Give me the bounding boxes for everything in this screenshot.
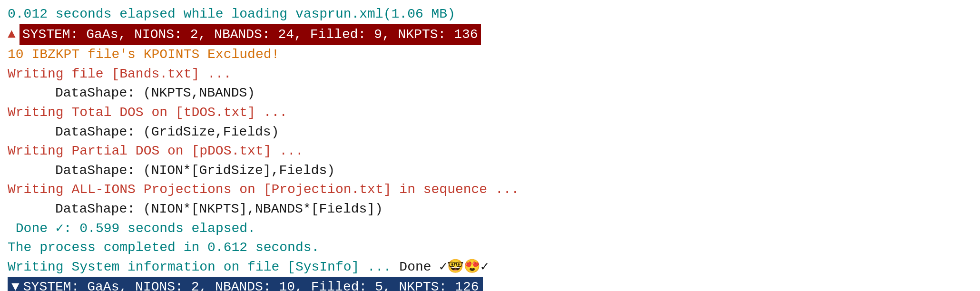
triangle-down-icon: ▼ xyxy=(11,278,20,291)
line-datashape-pdos: DataShape: (NION*[GridSize],Fields) xyxy=(8,161,972,181)
line-writing-sysinfo: Writing System information on file [SysI… xyxy=(8,258,972,277)
terminal-output: 0.012 seconds elapsed while loading vasp… xyxy=(8,5,972,291)
line-writing-pdos: Writing Partial DOS on [pDOS.txt] ... xyxy=(8,142,972,161)
line-datashape-tdos: DataShape: (GridSize,Fields) xyxy=(8,123,972,142)
line-system-navy: ▼ SYSTEM: GaAs, NIONS: 2, NBANDS: 10, Fi… xyxy=(8,277,972,291)
writing-projections-text: Writing ALL-IONS Projections on [Project… xyxy=(8,180,519,200)
line-done-elapsed: Done ✓: 0.599 seconds elapsed. xyxy=(8,219,972,239)
line-writing-bands: Writing file [Bands.txt] ... xyxy=(8,65,972,84)
line-writing-tdos: Writing Total DOS on [tDOS.txt] ... xyxy=(8,103,972,123)
line-ibzkpt: 10 IBZKPT file's KPOINTS Excluded! xyxy=(8,45,972,65)
datashape-tdos-text: DataShape: (GridSize,Fields) xyxy=(55,123,279,142)
writing-pdos-text: Writing Partial DOS on [pDOS.txt] ... xyxy=(8,142,304,161)
line-elapsed: 0.012 seconds elapsed while loading vasp… xyxy=(8,5,972,24)
system-info-red: SYSTEM: GaAs, NIONS: 2, NBANDS: 24, Fill… xyxy=(20,24,481,46)
datashape-projections-text: DataShape: (NION*[NKPTS],NBANDS*[Fields]… xyxy=(55,200,383,219)
process-completed-text: The process completed in 0.612 seconds. xyxy=(8,238,319,258)
line-writing-projections: Writing ALL-IONS Projections on [Project… xyxy=(8,180,972,200)
line-process-completed: The process completed in 0.612 seconds. xyxy=(8,238,972,258)
elapsed-text: 0.012 seconds elapsed while loading vasp… xyxy=(8,5,455,24)
system-info-navy: SYSTEM: GaAs, NIONS: 2, NBANDS: 10, Fill… xyxy=(23,278,479,291)
writing-tdos-text: Writing Total DOS on [tDOS.txt] ... xyxy=(8,103,287,123)
done-elapsed-text: Done ✓: 0.599 seconds elapsed. xyxy=(8,219,255,239)
datashape-bands-text: DataShape: (NKPTS,NBANDS) xyxy=(55,84,255,103)
datashape-pdos-text: DataShape: (NION*[GridSize],Fields) xyxy=(55,161,335,181)
done-emoji-text: Done ✓🤓😍✓ xyxy=(392,258,489,277)
line-datashape-projections: DataShape: (NION*[NKPTS],NBANDS*[Fields]… xyxy=(8,200,972,219)
writing-sysinfo-text: Writing System information on file [SysI… xyxy=(8,258,392,277)
line-system-red: ▲ SYSTEM: GaAs, NIONS: 2, NBANDS: 24, Fi… xyxy=(8,24,972,46)
system-navy-row: ▼ SYSTEM: GaAs, NIONS: 2, NBANDS: 10, Fi… xyxy=(8,277,483,291)
line-datashape-bands: DataShape: (NKPTS,NBANDS) xyxy=(8,84,972,103)
triangle-up-icon: ▲ xyxy=(8,25,16,45)
ibzkpt-text: 10 IBZKPT file's KPOINTS Excluded! xyxy=(8,45,279,65)
writing-bands-text: Writing file [Bands.txt] ... xyxy=(8,65,231,84)
